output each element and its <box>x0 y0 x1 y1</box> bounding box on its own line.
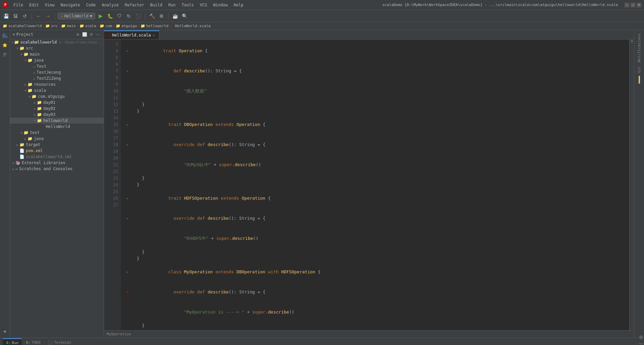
hide-run-panel[interactable]: — <box>638 340 644 345</box>
breadcrumb-file[interactable]: S HelloWorld.scala <box>172 24 211 28</box>
tree-scratches[interactable]: ▶ ✏️ Scratches and Consoles <box>10 166 104 172</box>
bookmarks-icon[interactable]: ⭐ <box>1 41 9 50</box>
tree-root[interactable]: ▼ 📁 scalahelloworld D:\MyWork\WorkSpA... <box>10 39 104 45</box>
tree-resources[interactable]: ▶ 📁 resources <box>10 81 104 87</box>
tree-scala[interactable]: ▼ 📁 scala <box>10 87 104 93</box>
breadcrumb-root[interactable]: 📁 scalahelloworld <box>3 24 42 28</box>
menu-bar: File Edit View Navigate Code Analyze Ref… <box>11 2 382 8</box>
tree-helloworld[interactable]: ▼ 📁 helloworld <box>10 118 104 124</box>
sync-button[interactable]: ↺ <box>21 12 29 20</box>
menu-window[interactable]: Window <box>210 2 230 8</box>
hide-panel[interactable]: — <box>95 31 101 38</box>
gear-icon[interactable]: ⚙ <box>88 31 94 38</box>
code-line-9: ▶ override def describe(): String = { <box>123 135 627 155</box>
stop-button[interactable]: ⬛ <box>134 12 142 20</box>
coverage-button[interactable]: ⛉ <box>115 12 123 20</box>
tree-test-folder[interactable]: ▼ 📁 test <box>10 130 104 136</box>
run-config-selector[interactable]: ☕ HelloWorld ▼ <box>58 13 95 19</box>
gutter-3[interactable]: ▶ <box>123 48 131 54</box>
maximize-button[interactable]: □ <box>631 3 635 7</box>
fold-icon-9[interactable]: ▶ <box>126 141 128 148</box>
menu-run[interactable]: Run <box>166 2 178 8</box>
fold-icon-8[interactable]: ▶ <box>126 121 128 128</box>
menu-file[interactable]: File <box>11 2 26 8</box>
gutter-9[interactable]: ▶ <box>123 141 131 148</box>
scroll-to-file[interactable]: ⬜ <box>82 31 88 38</box>
add-content-root[interactable]: ⊕ <box>75 31 81 38</box>
rerun-button[interactable]: ↻ <box>125 12 133 20</box>
menu-build[interactable]: Build <box>148 2 165 8</box>
search-button[interactable]: 🔍 <box>180 12 189 20</box>
tree-test-java[interactable]: ▶ 📁 java <box>10 136 104 142</box>
forward-button[interactable]: → <box>44 12 52 20</box>
tree-testjeceng[interactable]: ☕ TestJeceng <box>10 69 104 75</box>
build-button[interactable]: 🔨 <box>148 12 156 20</box>
breadcrumb-main[interactable]: 📁 main <box>61 24 76 28</box>
run-settings-button[interactable]: ⚙ <box>638 334 644 340</box>
editor-tab-helloworld[interactable]: S HelloWorld.scala ✕ <box>104 30 159 39</box>
tree-helloworld-scala[interactable]: S HelloWorld <box>10 124 104 130</box>
menu-refactor[interactable]: Refactor <box>122 2 147 8</box>
run-button[interactable]: ▶ <box>97 12 105 20</box>
menu-code[interactable]: Code <box>84 2 99 8</box>
breadcrumb-scala[interactable]: 📁 scala <box>79 24 96 28</box>
right-strip-git[interactable]: Git <box>636 64 642 75</box>
tree-day03[interactable]: ▶ 📁 day03 <box>10 112 104 118</box>
back-button[interactable]: ← <box>35 12 43 20</box>
code-line-4: ▶ def describe(): String = { <box>123 61 627 81</box>
fold-icon-18[interactable]: ▶ <box>126 269 128 275</box>
gutter-14[interactable]: ▶ <box>123 215 131 222</box>
gutter-4[interactable]: ▶ <box>123 68 131 74</box>
breakpoint-19[interactable]: ● <box>126 289 128 295</box>
gutter-19[interactable]: ● <box>123 289 131 295</box>
gutter-13[interactable]: ▶ <box>123 195 131 202</box>
fold-icon-3[interactable]: ▶ <box>126 48 128 54</box>
close-button[interactable]: ✕ <box>637 3 641 7</box>
tree-testzizeng[interactable]: ☕ TestZiZeng <box>10 75 104 81</box>
debug-button[interactable]: 🐛 <box>106 12 114 20</box>
tab-close-button[interactable]: ✕ <box>153 33 155 37</box>
tree-pom[interactable]: 📄 pom.xml <box>10 148 104 154</box>
tree-com-atguigu[interactable]: ▼ 📁 com.atguigu <box>10 93 104 99</box>
breadcrumb-src[interactable]: 📁 src <box>45 24 58 28</box>
tree-iml[interactable]: 📄 scalahelloworld.iml <box>10 154 104 160</box>
gutter-18[interactable]: ▶ <box>123 269 131 275</box>
menu-edit[interactable]: Edit <box>26 2 42 8</box>
menu-navigate[interactable]: Navigate <box>58 2 83 8</box>
structure-icon[interactable] <box>1 50 9 59</box>
code-editor[interactable]: ▶ trait Operation { ▶ def describe(): St… <box>121 40 629 330</box>
tab-todo[interactable]: 6: TODO <box>22 338 44 345</box>
src-label: src <box>26 46 33 51</box>
breadcrumb-helloworld[interactable]: 📁 helloworld <box>141 24 168 28</box>
tree-src[interactable]: ▼ 📁 src <box>10 45 104 51</box>
title-bar: P File Edit View Navigate Code Analyze R… <box>0 0 644 10</box>
tab-terminal[interactable]: ⬛ Terminal <box>45 338 75 345</box>
gutter-8[interactable]: ▶ <box>123 121 131 128</box>
right-strip-notifications[interactable]: Notifications <box>636 31 642 64</box>
fold-icon-4[interactable]: ▶ <box>126 68 128 74</box>
fold-icon-14[interactable]: ▶ <box>126 215 128 222</box>
menu-analyze[interactable]: Analyze <box>99 2 121 8</box>
breadcrumb-atguigu[interactable]: 📁 atguigu <box>116 24 137 28</box>
menu-vcs[interactable]: VCS <box>197 2 210 8</box>
build-project-button[interactable]: ⚙ <box>157 12 165 20</box>
favorites-icon[interactable]: ♥ <box>1 328 9 336</box>
save-button[interactable]: 💾 <box>2 12 10 20</box>
fold-icon-13[interactable]: ▶ <box>126 195 128 202</box>
menu-view[interactable]: View <box>42 2 57 8</box>
tab-run[interactable]: 4: Run <box>3 338 22 345</box>
project-view-icon[interactable] <box>1 31 9 40</box>
sdk-selector[interactable]: ☕ <box>171 12 179 20</box>
menu-help[interactable]: Help <box>231 2 246 8</box>
breadcrumb-com[interactable]: 📁 com <box>100 24 112 28</box>
tree-external-libs[interactable]: ▶ 📚 External Libraries <box>10 160 104 166</box>
save-all-button[interactable]: 🖫 <box>11 12 19 20</box>
tree-day01[interactable]: ▶ 📁 day01 <box>10 99 104 106</box>
tree-test[interactable]: ☕ Test <box>10 63 104 69</box>
tree-day02[interactable]: ▶ 📁 day02 <box>10 106 104 112</box>
minimize-button[interactable]: ─ <box>625 3 629 7</box>
tree-main[interactable]: ▼ 📁 main <box>10 51 104 57</box>
tree-target[interactable]: ▶ 📁 target <box>10 142 104 148</box>
tree-java[interactable]: ▼ 📁 java <box>10 57 104 63</box>
menu-tools[interactable]: Tools <box>179 2 197 8</box>
